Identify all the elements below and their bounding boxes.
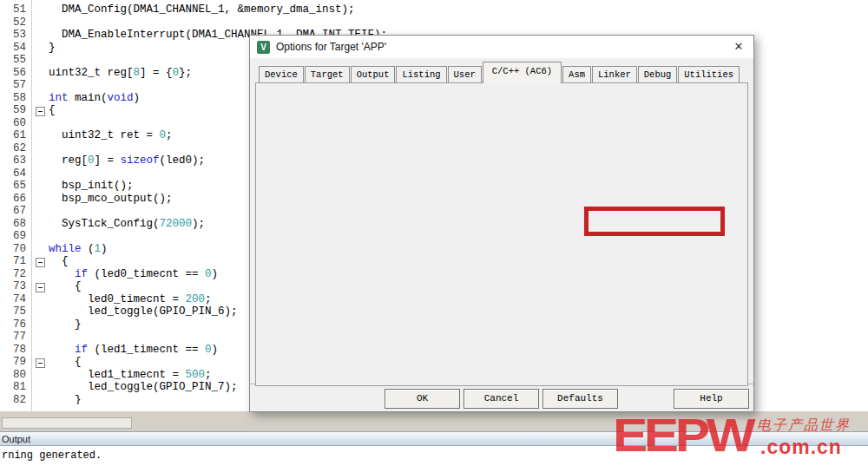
uvision-app-icon: V (257, 41, 270, 54)
code-text: { (49, 255, 69, 268)
fold-column (32, 3, 49, 16)
line-number: 62 (0, 142, 32, 155)
tab-user[interactable]: User (448, 66, 482, 83)
fold-column (32, 67, 49, 80)
horizontal-scrollbar-thumb[interactable] (2, 417, 132, 429)
app-window: 51 DMA_Config(DMA1_CHANNEL_1, &memory_dm… (0, 0, 868, 466)
code-text: while (1) (49, 243, 108, 256)
code-text: bsp_mco_output(); (49, 193, 173, 206)
line-number: 76 (0, 318, 32, 331)
code-text: reg[0] = sizeof(led0); (49, 154, 205, 167)
line-number: 80 (0, 369, 32, 382)
fold-column (32, 92, 49, 105)
fold-marker-icon[interactable] (32, 255, 49, 268)
code-text: { (49, 356, 82, 369)
fold-column (32, 243, 49, 256)
code-text: int main(void) (49, 92, 140, 105)
line-number: 66 (0, 193, 32, 206)
code-line[interactable]: 51 DMA_Config(DMA1_CHANNEL_1, &memory_dm… (0, 3, 868, 16)
output-line: rning generated. (2, 450, 102, 462)
dialog-tabs: DeviceTargetOutputListingUserC/C++ (AC6)… (259, 64, 746, 83)
line-number: 77 (0, 331, 32, 344)
code-text: bsp_init(); (49, 180, 134, 193)
dialog-titlebar[interactable]: V Options for Target 'APP' ✕ (250, 36, 753, 58)
output-console[interactable]: rning generated. (0, 447, 868, 466)
fold-column (32, 205, 49, 218)
cancel-button[interactable]: Cancel (464, 389, 539, 409)
tab-listing[interactable]: Listing (396, 66, 446, 83)
options-for-target-dialog: V Options for Target 'APP' ✕ DeviceTarge… (249, 35, 754, 412)
fold-column (32, 381, 49, 394)
fold-column (32, 167, 49, 180)
code-text: led_toggle(GPIO_PIN_6); (49, 305, 238, 318)
code-text: { (49, 280, 82, 293)
fold-marker-icon[interactable] (32, 356, 49, 369)
code-text: led_toggle(GPIO_PIN_7); (49, 381, 238, 394)
line-number: 57 (0, 79, 32, 92)
line-number: 56 (0, 67, 32, 80)
defaults-button[interactable]: Defaults (542, 389, 618, 409)
line-number: 63 (0, 154, 32, 167)
line-number: 53 (0, 29, 32, 42)
fold-column (32, 129, 49, 142)
fold-column (32, 79, 49, 92)
line-number: 81 (0, 381, 32, 394)
code-text: } (49, 318, 82, 331)
code-text: led0_timecnt = 200; (49, 293, 212, 306)
line-number: 67 (0, 205, 32, 218)
tab-c-c-ac6-[interactable]: C/C++ (AC6) (483, 62, 562, 83)
line-number: 64 (0, 167, 32, 180)
fold-column (32, 394, 49, 405)
dialog-title: Options for Target 'APP' (276, 41, 386, 53)
fold-column (32, 54, 49, 67)
fold-column (32, 193, 49, 206)
code-line[interactable]: 52 (0, 16, 868, 30)
tab-device[interactable]: Device (259, 66, 304, 83)
fold-column (32, 331, 49, 344)
line-number: 55 (0, 54, 32, 67)
line-number: 60 (0, 117, 32, 130)
tab-utilities[interactable]: Utilities (678, 66, 740, 83)
line-number: 54 (0, 42, 32, 55)
fold-column (32, 305, 49, 318)
fold-column (32, 154, 49, 167)
line-number: 71 (0, 255, 32, 268)
code-text: led1_timecnt = 500; (49, 369, 212, 382)
ok-button[interactable]: OK (385, 389, 460, 409)
line-number: 58 (0, 92, 32, 105)
tab-asm[interactable]: Asm (562, 66, 591, 83)
line-number: 72 (0, 268, 32, 281)
line-number: 70 (0, 243, 32, 256)
fold-column (32, 16, 49, 30)
output-panel-header[interactable]: Output (0, 431, 868, 446)
line-number: 65 (0, 180, 32, 193)
fold-marker-icon[interactable] (32, 280, 49, 293)
code-text: SysTick_Config(72000); (49, 218, 205, 231)
fold-marker-icon[interactable] (32, 104, 49, 117)
line-number: 52 (0, 16, 32, 30)
line-number: 69 (0, 230, 32, 243)
tab-debug[interactable]: Debug (638, 66, 678, 83)
fold-column (32, 42, 49, 55)
line-number: 75 (0, 305, 32, 318)
fold-column (32, 268, 49, 281)
fold-column (32, 142, 49, 155)
tab-target[interactable]: Target (305, 66, 350, 83)
help-button[interactable]: Help (674, 389, 749, 409)
fold-column (32, 344, 49, 357)
code-text: uint32_t ret = 0; (49, 129, 173, 142)
code-text: if (led1_timecnt == 0) (49, 344, 218, 357)
tab-output[interactable]: Output (351, 66, 396, 83)
fold-column (32, 318, 49, 331)
line-number: 68 (0, 218, 32, 231)
tab-linker[interactable]: Linker (592, 66, 637, 83)
code-text: uint32_t reg[8] = {0}; (49, 67, 192, 80)
dialog-button-row: OKCancelDefaultsHelp (250, 389, 753, 408)
close-icon[interactable]: ✕ (724, 36, 753, 58)
line-number: 79 (0, 356, 32, 369)
line-number: 51 (0, 3, 32, 16)
line-number: 59 (0, 104, 32, 117)
line-number: 74 (0, 293, 32, 306)
line-number: 61 (0, 129, 32, 142)
fold-column (32, 230, 49, 243)
